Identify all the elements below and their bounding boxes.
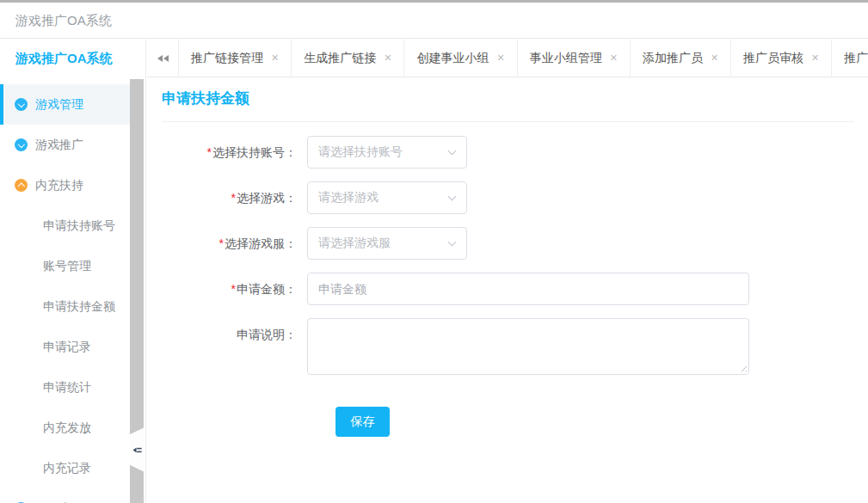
chevron-down-icon <box>448 193 457 201</box>
chevron-down-icon <box>448 147 457 156</box>
tab-label: 事业小组管理 <box>530 51 602 66</box>
scroll-tabs-left-button[interactable] <box>147 40 178 77</box>
tab-promoter-management[interactable]: 推广员管理 ✕ <box>831 40 868 77</box>
required-mark: * <box>231 282 236 296</box>
app-header: 游戏推广OA系统 <box>0 3 868 39</box>
sidebar-item-label: 游戏管理 <box>35 97 83 113</box>
sidebar-item-apply-support-account[interactable]: 申请扶持账号 <box>0 205 130 246</box>
close-icon[interactable]: ✕ <box>811 52 819 64</box>
tab-generate-promotion-link[interactable]: 生成推广链接 ✕ <box>291 40 403 77</box>
sidebar-menu: 游戏管理 游戏推广 内充扶持 申请扶持账号 账号管理 申请扶持金额 申请记录 申… <box>0 77 130 503</box>
collapse-menu-icon <box>132 445 142 455</box>
chevron-down-circle-icon <box>15 98 28 111</box>
field-label: *选择游戏： <box>162 181 297 214</box>
tab-label: 推广链接管理 <box>191 51 263 66</box>
sidebar-item-apply-statistics[interactable]: 申请统计 <box>0 367 130 408</box>
form-row-description: 申请说明： <box>162 318 854 375</box>
tab-bar: 推广链接管理 ✕ 生成推广链接 ✕ 创建事业小组 ✕ 事业小组管理 ✕ 添加推广… <box>147 40 868 77</box>
sidebar-item-label: 内充记录 <box>43 461 91 476</box>
sidebar-item-label: 内充扶持 <box>35 178 83 193</box>
close-icon[interactable]: ✕ <box>271 52 279 64</box>
sidebar-item-game-management[interactable]: 游戏管理 <box>0 84 130 125</box>
form-row-game: *选择游戏： 请选择游戏 <box>162 181 854 214</box>
select-placeholder: 请选择游戏服 <box>308 236 391 251</box>
sidebar-item-recharge-support[interactable]: 内充扶持 <box>0 165 130 205</box>
app-title: 游戏推广OA系统 <box>15 3 868 39</box>
sidebar-item-game-promotion[interactable]: 游戏推广 <box>0 125 130 165</box>
close-icon[interactable]: ✕ <box>711 52 718 64</box>
tab-label: 生成推广链接 <box>304 51 376 66</box>
form-row-support-account: *选择扶持账号： 请选择扶持账号 <box>162 136 854 169</box>
description-textarea-wrap <box>307 318 749 375</box>
tab-label: 创建事业小组 <box>416 51 489 66</box>
sidebar-item-label: 内充发放 <box>43 420 91 436</box>
field-label: *申请金额： <box>162 273 297 305</box>
sidebar-item-label: 账号管理 <box>43 259 91 274</box>
title-divider <box>162 121 854 122</box>
save-button[interactable]: 保存 <box>336 407 390 437</box>
sidebar-item-recharge-records[interactable]: 内充记录 <box>0 448 130 488</box>
sidebar-brand: 游戏推广OA系统 <box>0 40 145 77</box>
tab-label: 添加推广员 <box>643 51 703 66</box>
page-title: 申请扶持金额 <box>162 89 854 108</box>
sidebar-item-label: 申请扶持金额 <box>43 299 115 315</box>
sidebar-item-recharge-issue[interactable]: 内充发放 <box>0 408 130 448</box>
close-icon[interactable]: ✕ <box>384 52 391 64</box>
tab-business-group-management[interactable]: 事业小组管理 ✕ <box>517 40 630 77</box>
sidebar-item-account-management[interactable]: 账号管理 <box>0 246 130 286</box>
required-mark: * <box>207 145 212 159</box>
chevron-down-icon <box>448 238 457 247</box>
form-row-game-server: *选择游戏服： 请选择游戏服 <box>162 227 854 260</box>
select-placeholder: 请选择扶持账号 <box>308 144 403 160</box>
sidebar-item-apply-records[interactable]: 申请记录 <box>0 327 130 367</box>
sidebar-collapse-handle[interactable] <box>130 427 145 472</box>
sidebar-item-apply-support-amount[interactable]: 申请扶持金额 <box>0 286 130 327</box>
tab-label: 推广员审核 <box>743 51 803 66</box>
sidebar: 游戏推广OA系统 游戏管理 游戏推广 内充扶持 申请扶持账号 账号管理 申请扶持… <box>0 40 146 503</box>
select-placeholder: 请选择游戏 <box>308 190 379 205</box>
form-row-amount: *申请金额： <box>162 273 854 305</box>
game-server-select[interactable]: 请选择游戏服 <box>307 227 467 260</box>
support-account-select[interactable]: 请选择扶持账号 <box>307 136 467 169</box>
close-icon[interactable]: ✕ <box>496 52 504 64</box>
tab-promoter-review[interactable]: 推广员审核 ✕ <box>730 40 831 77</box>
field-label: 申请说明： <box>162 318 297 351</box>
tab-add-promoter[interactable]: 添加推广员 ✕ <box>630 40 730 77</box>
tab-label: 推广员管理 <box>844 51 868 66</box>
sidebar-item-label: 游戏推广 <box>35 138 83 153</box>
sidebar-item-label: 申请记录 <box>43 340 91 355</box>
tab-create-business-group[interactable]: 创建事业小组 ✕ <box>403 40 516 77</box>
sidebar-item-label: 申请扶持账号 <box>43 218 115 234</box>
close-icon[interactable]: ✕ <box>610 52 618 64</box>
chevron-down-circle-icon <box>15 138 28 151</box>
chevron-up-circle-icon <box>15 179 28 192</box>
description-textarea[interactable] <box>307 318 749 375</box>
tab-promotion-link-management[interactable]: 推广链接管理 ✕ <box>178 40 291 77</box>
field-label: *选择游戏服： <box>162 227 297 260</box>
double-chevron-left-icon <box>157 55 163 62</box>
main-content: 申请扶持金额 *选择扶持账号： 请选择扶持账号 *选择游戏： 请选择游戏 *选择… <box>147 78 868 503</box>
amount-input[interactable] <box>307 273 749 305</box>
top-scrollbar-strip <box>0 0 868 3</box>
field-label: *选择扶持账号： <box>162 136 297 169</box>
game-select[interactable]: 请选择游戏 <box>307 181 467 214</box>
sidebar-item-task-hall[interactable]: 任务大厅 <box>0 488 130 503</box>
double-chevron-left-icon <box>163 55 169 62</box>
required-mark: * <box>219 236 224 250</box>
sidebar-item-label: 申请统计 <box>43 380 91 396</box>
required-mark: * <box>231 191 236 205</box>
